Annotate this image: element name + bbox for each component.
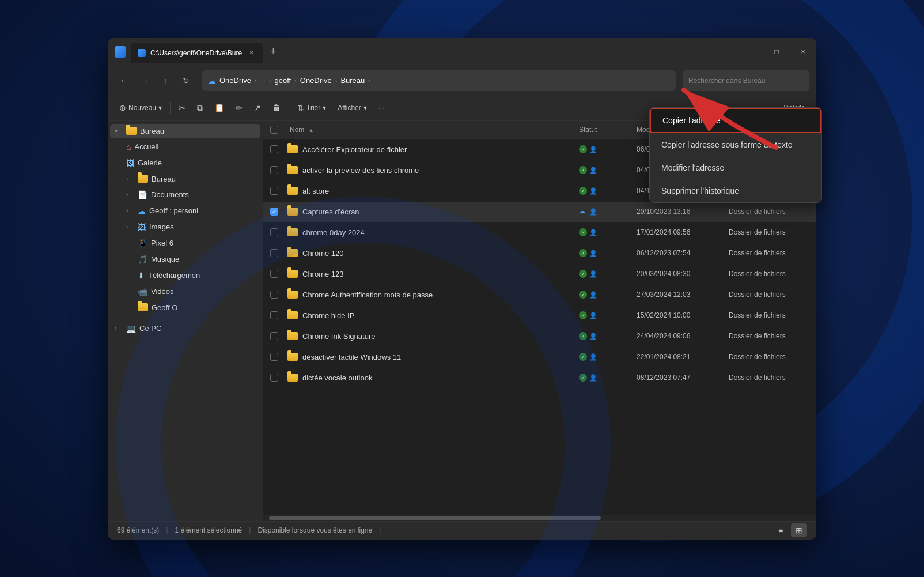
sidebar-item-pixel6[interactable]: 📱 Pixel 6 <box>110 236 260 251</box>
file-status-0: ✓ 👤 <box>579 145 637 153</box>
horizontal-scrollbar[interactable] <box>263 515 816 521</box>
sidebar-item-videos[interactable]: 📹 Vidéos <box>110 284 260 299</box>
expand-icon-bureau: ▾ <box>115 128 123 134</box>
docs-icon: 📄 <box>138 190 147 199</box>
more-options-button[interactable]: ··· <box>374 99 389 117</box>
file-name-9: Chrome Ink Signature <box>302 332 579 341</box>
sort-button[interactable]: ⇅ Trier ▾ <box>293 99 331 117</box>
view-label: Afficher <box>338 104 361 112</box>
cut-button[interactable]: ✂ <box>174 99 190 117</box>
file-row[interactable]: dictée vocale outlook ✓ 👤 08/12/2023 07:… <box>263 368 816 389</box>
tab-folder-icon <box>138 49 146 57</box>
file-checkbox-8[interactable] <box>270 311 287 319</box>
maximize-button[interactable]: □ <box>763 42 790 62</box>
file-checkbox-4[interactable] <box>270 228 287 236</box>
search-box[interactable]: Rechercher dans Bureau <box>683 70 809 91</box>
select-all-checkbox[interactable] <box>270 126 278 134</box>
file-row[interactable]: Chrome 120 ✓ 👤 06/12/2023 07:54 Dossier … <box>263 243 816 264</box>
details-view-button[interactable]: ⊞ <box>791 523 807 537</box>
file-checkbox-7[interactable] <box>270 291 287 299</box>
checkbox-6[interactable] <box>270 270 278 278</box>
back-button[interactable]: ← <box>115 71 133 90</box>
sidebar-item-documents[interactable]: › 📄 Documents <box>110 187 260 202</box>
header-checkbox-col <box>270 126 287 134</box>
context-menu-item-copy-address[interactable]: Copier l'adresse <box>650 108 821 133</box>
file-type-4: Dossier de fichiers <box>729 228 809 236</box>
sidebar-item-bureau-sub[interactable]: › Bureau <box>110 172 260 186</box>
minimize-button[interactable]: — <box>737 42 763 62</box>
sidebar-item-bureau-expanded[interactable]: ▾ Bureau <box>110 124 260 138</box>
status-green-icon-11: ✓ <box>579 374 587 382</box>
sort-label: Trier <box>306 104 320 112</box>
file-checkbox-2[interactable] <box>270 187 287 195</box>
file-checkbox-3[interactable]: ✓ <box>270 208 287 216</box>
checkbox-11[interactable] <box>270 374 278 382</box>
file-checkbox-1[interactable] <box>270 166 287 174</box>
file-checkbox-0[interactable] <box>270 145 287 153</box>
checkbox-9[interactable] <box>270 332 278 340</box>
paste-button[interactable]: 📋 <box>210 99 229 117</box>
file-row-selected[interactable]: ✓ Captures d'écran ☁ 👤 20/10/2023 13:16 … <box>263 202 816 222</box>
tab-close-button[interactable]: ✕ <box>247 48 256 58</box>
forward-button[interactable]: → <box>135 71 154 90</box>
sidebar-item-accueil[interactable]: ⌂ Accueil <box>110 139 260 154</box>
col-header-status[interactable]: Statut <box>579 126 637 134</box>
status-person-0: 👤 <box>589 146 597 153</box>
checkbox-3[interactable]: ✓ <box>270 208 278 216</box>
checkbox-4[interactable] <box>270 228 278 236</box>
file-row[interactable]: Chrome hide IP ✓ 👤 15/02/2024 10:00 Doss… <box>263 306 816 326</box>
checkbox-8[interactable] <box>270 311 278 319</box>
status-person-7: 👤 <box>589 291 597 299</box>
new-tab-button[interactable]: + <box>265 44 281 60</box>
sidebar-item-geoff-perso[interactable]: › ☁ Geoff : personi <box>110 203 260 218</box>
sidebar-item-images[interactable]: › 🖼 Images <box>110 220 260 235</box>
col-header-name[interactable]: Nom ▲ <box>287 126 579 134</box>
file-status-7: ✓ 👤 <box>579 291 637 299</box>
file-checkbox-10[interactable] <box>270 353 287 361</box>
file-modified-7: 27/03/2024 12:03 <box>637 291 729 299</box>
refresh-button[interactable]: ↻ <box>177 71 195 90</box>
file-row[interactable]: chrome 0day 2024 ✓ 👤 17/01/2024 09:56 Do… <box>263 222 816 243</box>
file-row[interactable]: désactiver tactile Windows 11 ✓ 👤 22/01/… <box>263 347 816 368</box>
file-checkbox-9[interactable] <box>270 332 287 340</box>
file-status-3: ☁ 👤 <box>579 208 637 216</box>
active-tab[interactable]: C:\Users\geoff\OneDrive\Bure ✕ <box>131 43 263 63</box>
list-view-button[interactable]: ≡ <box>772 523 789 537</box>
checkbox-7[interactable] <box>270 291 278 299</box>
rename-button[interactable]: ✏ <box>231 99 247 117</box>
sidebar-item-musique[interactable]: 🎵 Musique <box>110 252 260 267</box>
h-scrollbar-thumb[interactable] <box>269 516 601 520</box>
checkbox-10[interactable] <box>270 353 278 361</box>
share-button[interactable]: ↗ <box>249 99 266 117</box>
close-button[interactable]: × <box>790 42 816 62</box>
address-part-onedrive2: OneDrive <box>300 76 332 85</box>
checkbox-0[interactable] <box>270 145 278 153</box>
context-menu-item-edit-address[interactable]: Modifier l'adresse <box>650 156 821 179</box>
checkbox-1[interactable] <box>270 166 278 174</box>
sidebar-item-geoff-o[interactable]: Geoff O <box>110 300 260 315</box>
context-menu-item-delete-history[interactable]: Supprimer l'historique <box>650 179 821 202</box>
copy-button[interactable]: ⧉ <box>192 99 207 117</box>
file-checkbox-6[interactable] <box>270 270 287 278</box>
nouveau-button[interactable]: ⊕ Nouveau ▾ <box>115 99 166 117</box>
view-button[interactable]: Afficher ▾ <box>333 99 371 117</box>
address-bar[interactable]: ☁ OneDrive › ··· › geoff › OneDrive › Bu… <box>202 70 676 91</box>
up-button[interactable]: ↑ <box>156 71 175 90</box>
status-person-3: 👤 <box>589 208 597 216</box>
context-menu-item-copy-address-text[interactable]: Copier l'adresse sous forme de texte <box>650 133 821 156</box>
file-modified-10: 22/01/2024 08:21 <box>637 353 729 361</box>
folder-icon-bureau <box>126 127 137 135</box>
status-green-icon-1: ✓ <box>579 166 587 174</box>
delete-button[interactable]: 🗑 <box>268 99 285 117</box>
file-row[interactable]: Chrome Ink Signature ✓ 👤 24/04/2024 09:0… <box>263 326 816 347</box>
file-checkbox-11[interactable] <box>270 374 287 382</box>
file-row[interactable]: Chrome 123 ✓ 👤 20/03/2024 08:30 Dossier … <box>263 264 816 285</box>
sidebar-label-geoff-perso: Geoff : personi <box>149 206 198 215</box>
sidebar-item-ce-pc[interactable]: › 💻 Ce PC <box>110 321 260 336</box>
file-row[interactable]: Chrome Authentification mots de passe ✓ … <box>263 285 816 306</box>
checkbox-2[interactable] <box>270 187 278 195</box>
checkbox-5[interactable] <box>270 249 278 257</box>
sidebar-item-galerie[interactable]: 🖼 Galerie <box>110 156 260 171</box>
sidebar-item-telechargements[interactable]: ⬇ Téléchargemen <box>110 268 260 283</box>
file-checkbox-5[interactable] <box>270 249 287 257</box>
